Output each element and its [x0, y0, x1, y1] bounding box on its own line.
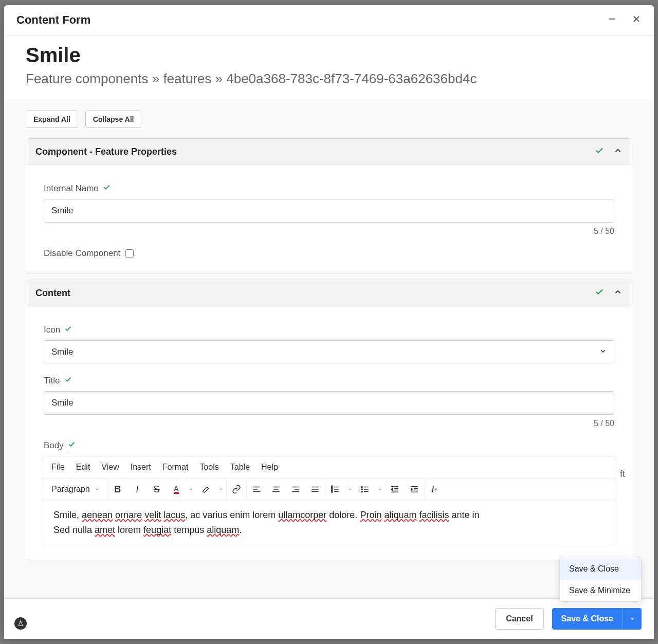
modal-footer: Cancel Save & Close Save & Close Save & …	[4, 598, 654, 639]
editor-body[interactable]: Smile, aenean ornare velit lacus, ac var…	[44, 501, 614, 545]
svg-point-26	[361, 491, 362, 492]
ordered-list-icon[interactable]: 123	[325, 480, 345, 499]
menu-format[interactable]: Format	[162, 463, 189, 472]
page-title: Smile	[26, 44, 632, 67]
align-center-icon[interactable]	[266, 480, 286, 499]
panel-body: Icon Smile Title 5 / 50	[26, 306, 632, 560]
icon-label: Icon	[44, 325, 614, 335]
chevron-down-icon[interactable]	[345, 480, 355, 499]
align-justify-icon[interactable]	[305, 480, 325, 499]
panel-header-properties[interactable]: Component - Feature Properties	[26, 139, 632, 165]
check-icon	[68, 440, 76, 451]
block-format-select[interactable]: Paragraph	[44, 479, 107, 500]
title-input[interactable]	[44, 391, 614, 415]
svg-point-36	[20, 621, 22, 622]
page-heading: Smile Feature components » features » 4b…	[4, 35, 654, 99]
menu-view[interactable]: View	[101, 463, 119, 472]
ft-fragment: ft	[620, 469, 625, 480]
save-dropdown-menu: Save & Close Save & Minimize	[559, 558, 642, 602]
window-controls	[607, 14, 642, 26]
check-icon	[64, 376, 72, 386]
modal-header: Content Form	[4, 5, 654, 35]
icon-select[interactable]: Smile	[44, 340, 614, 363]
expand-all-button[interactable]: Expand All	[26, 111, 78, 128]
menu-insert[interactable]: Insert	[131, 463, 151, 472]
menu-file[interactable]: File	[51, 463, 65, 472]
panel-body: Internal Name 5 / 50 Disable Component	[26, 165, 632, 273]
svg-text:3: 3	[331, 490, 333, 493]
panel-title: Content	[35, 288, 70, 299]
chevron-down-icon[interactable]	[375, 480, 385, 499]
expand-collapse-controls: Expand All Collapse All	[26, 111, 632, 128]
save-dropdown-toggle[interactable]	[623, 608, 642, 630]
highlight-icon[interactable]	[196, 480, 216, 499]
minimize-icon[interactable]	[607, 14, 617, 26]
align-right-icon[interactable]	[286, 480, 305, 499]
info-icon[interactable]	[14, 617, 27, 630]
check-icon	[64, 325, 72, 335]
dropdown-save-close[interactable]: Save & Close	[560, 558, 641, 580]
align-left-icon[interactable]	[247, 480, 266, 499]
rich-text-editor: File Edit View Insert Format Tools Table…	[44, 456, 614, 545]
disable-component-label: Disable Component	[44, 248, 120, 259]
title-counter: 5 / 50	[44, 419, 614, 428]
chevron-up-icon[interactable]	[613, 287, 623, 299]
breadcrumb: Feature components » features » 4be0a368…	[26, 71, 632, 87]
internal-name-label: Internal Name	[44, 183, 614, 194]
check-icon	[595, 146, 604, 157]
close-icon[interactable]	[631, 14, 642, 26]
title-label: Title	[44, 376, 614, 386]
panel-title: Component - Feature Properties	[35, 146, 177, 157]
dropdown-save-minimize[interactable]: Save & Minimize	[560, 580, 641, 601]
internal-name-counter: 5 / 50	[44, 227, 614, 236]
chevron-down-icon	[94, 486, 100, 492]
svg-point-25	[361, 489, 362, 490]
menu-tools[interactable]: Tools	[199, 463, 218, 472]
unordered-list-icon[interactable]	[355, 480, 375, 499]
content-area[interactable]: Expand All Collapse All Component - Feat…	[4, 99, 654, 598]
editor-menubar: File Edit View Insert Format Tools Table…	[44, 456, 614, 479]
check-icon	[103, 183, 111, 194]
content-form-modal: Content Form Smile Feature components » …	[4, 5, 654, 639]
bold-icon[interactable]: B	[108, 480, 127, 499]
menu-edit[interactable]: Edit	[76, 463, 90, 472]
save-close-split-button: Save & Close	[552, 608, 642, 630]
chevron-down-icon[interactable]	[216, 480, 226, 499]
check-icon	[595, 287, 604, 299]
internal-name-input[interactable]	[44, 199, 614, 223]
link-icon[interactable]	[227, 480, 246, 499]
disable-component-row: Disable Component	[44, 248, 614, 259]
menu-table[interactable]: Table	[230, 463, 250, 472]
outdent-icon[interactable]	[385, 480, 405, 499]
strikethrough-icon[interactable]: S	[147, 480, 167, 499]
chevron-up-icon[interactable]	[613, 146, 623, 157]
modal-title: Content Form	[16, 13, 90, 27]
cancel-button[interactable]: Cancel	[495, 608, 543, 630]
svg-point-24	[361, 486, 362, 487]
collapse-all-button[interactable]: Collapse All	[85, 111, 142, 128]
panel-content: Content Icon Smile	[26, 280, 632, 560]
svg-marker-37	[631, 618, 634, 620]
clear-formatting-icon[interactable]: I×	[425, 480, 444, 499]
editor-toolbar: Paragraph B I S A	[44, 479, 614, 501]
italic-icon[interactable]: I	[127, 480, 147, 499]
panel-header-content[interactable]: Content	[26, 280, 632, 306]
disable-component-checkbox[interactable]	[125, 249, 134, 257]
chevron-down-icon[interactable]	[186, 480, 196, 499]
body-label: Body	[44, 440, 614, 451]
panel-feature-properties: Component - Feature Properties Internal …	[26, 138, 632, 273]
text-color-icon[interactable]: A	[167, 480, 186, 499]
indent-icon[interactable]	[405, 480, 424, 499]
menu-help[interactable]: Help	[261, 463, 278, 472]
save-close-button[interactable]: Save & Close	[552, 608, 623, 630]
